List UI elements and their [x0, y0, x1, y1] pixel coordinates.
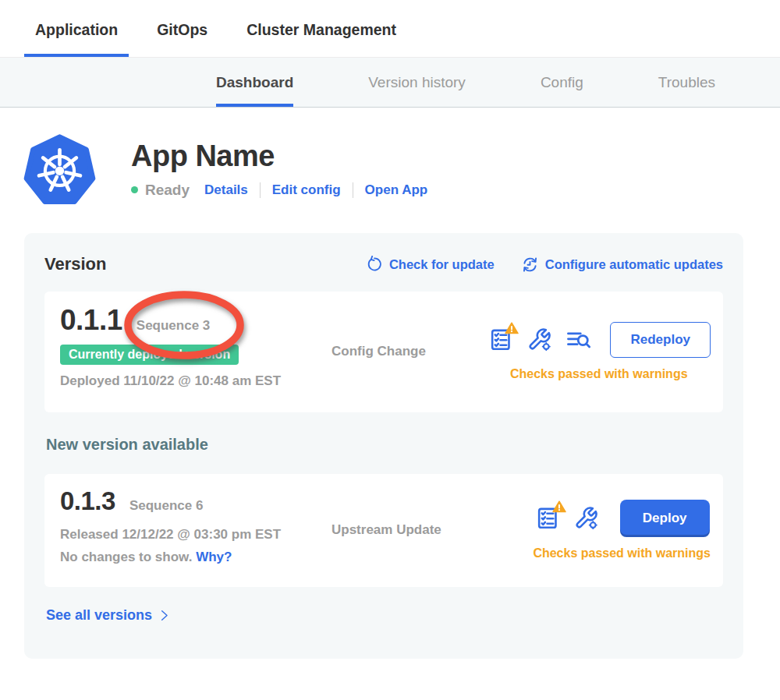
configure-automatic-updates-link[interactable]: Configure automatic updates	[521, 256, 723, 274]
edit-config-link[interactable]: Edit config	[272, 182, 341, 198]
check-for-update-label: Check for update	[389, 257, 495, 272]
available-version-actions: Deploy Checks passed with warnings	[533, 486, 711, 573]
refresh-icon	[366, 256, 383, 273]
tab-troubleshoot[interactable]: Troubles	[658, 58, 715, 107]
why-link[interactable]: Why?	[196, 550, 232, 564]
page-title: App Name	[131, 140, 427, 173]
app-header-text: App Name Ready Details Edit config Open …	[131, 140, 427, 199]
divider	[260, 182, 261, 198]
available-version-sequence: Sequence 6	[129, 498, 204, 514]
current-version-number: 0.1.1	[60, 304, 122, 337]
new-version-available-heading: New version available	[46, 436, 723, 454]
open-app-link[interactable]: Open App	[365, 182, 428, 198]
tab-version-history[interactable]: Version history	[368, 58, 466, 107]
configure-automatic-updates-label: Configure automatic updates	[545, 257, 723, 272]
chevron-right-icon	[158, 609, 171, 622]
release-notes-icon[interactable]	[565, 327, 591, 353]
tab-dashboard[interactable]: Dashboard	[216, 58, 293, 107]
current-version-card: 0.1.1 Sequence 3 Currently deployed vers…	[44, 292, 723, 412]
see-all-versions-label: See all versions	[46, 607, 152, 624]
kubernetes-logo-icon	[23, 133, 96, 205]
details-link[interactable]: Details	[204, 182, 248, 198]
warning-triangle-icon	[552, 500, 566, 513]
check-for-update-link[interactable]: Check for update	[366, 256, 495, 273]
released-timestamp: Released 12/12/22 @ 03:30 pm EST	[60, 527, 317, 543]
warning-triangle-icon	[505, 322, 519, 334]
current-version-info: 0.1.1 Sequence 3 Currently deployed vers…	[60, 304, 317, 398]
version-panel: Version Check for update Configure autom…	[24, 233, 743, 659]
available-version-card: 0.1.3 Sequence 6 Released 12/12/22 @ 03:…	[44, 474, 723, 587]
tab-config[interactable]: Config	[541, 58, 583, 107]
no-changes-text: No changes to show.	[60, 550, 192, 564]
available-version-source: Upstream Update	[332, 522, 460, 538]
no-changes-row: No changes to show. Why?	[60, 550, 317, 565]
tab-cluster-management[interactable]: Cluster Management	[236, 0, 407, 57]
tab-application[interactable]: Application	[24, 0, 129, 57]
redeploy-button[interactable]: Redeploy	[610, 322, 711, 358]
divider	[353, 182, 353, 198]
available-version-number: 0.1.3	[60, 486, 115, 516]
app-sub-nav: Dashboard Version history Config Trouble…	[0, 57, 780, 108]
current-version-source: Config Change	[332, 344, 460, 359]
available-version-info: 0.1.3 Sequence 6 Released 12/12/22 @ 03:…	[60, 486, 317, 573]
app-status: Ready	[145, 182, 190, 199]
current-version-actions: Redeploy Checks passed with warnings	[487, 304, 711, 398]
schedule-update-icon	[521, 256, 539, 274]
version-actions: Check for update Configure automatic upd…	[366, 256, 723, 274]
deploy-button[interactable]: Deploy	[620, 500, 710, 537]
currently-deployed-badge: Currently deployed version	[60, 345, 239, 365]
status-dot-icon	[131, 186, 138, 193]
current-checks-status: Checks passed with warnings	[510, 367, 688, 381]
version-heading: Version	[44, 254, 106, 274]
preflight-checks-icon[interactable]	[487, 327, 513, 353]
see-all-versions-link[interactable]: See all versions	[46, 607, 171, 624]
config-icon[interactable]	[573, 505, 600, 532]
top-nav: Application GitOps Cluster Management	[0, 0, 780, 57]
current-version-sequence: Sequence 3	[136, 318, 211, 334]
version-panel-header: Version Check for update Configure autom…	[44, 254, 723, 274]
config-icon[interactable]	[526, 327, 552, 353]
status-row: Ready Details Edit config Open App	[131, 182, 427, 199]
deployed-timestamp: Deployed 11/10/22 @ 10:48 am EST	[60, 373, 317, 389]
available-checks-status: Checks passed with warnings	[533, 546, 711, 560]
tab-gitops[interactable]: GitOps	[146, 0, 218, 57]
preflight-checks-icon[interactable]	[534, 505, 561, 532]
app-header: App Name Ready Details Edit config Open …	[23, 133, 780, 205]
